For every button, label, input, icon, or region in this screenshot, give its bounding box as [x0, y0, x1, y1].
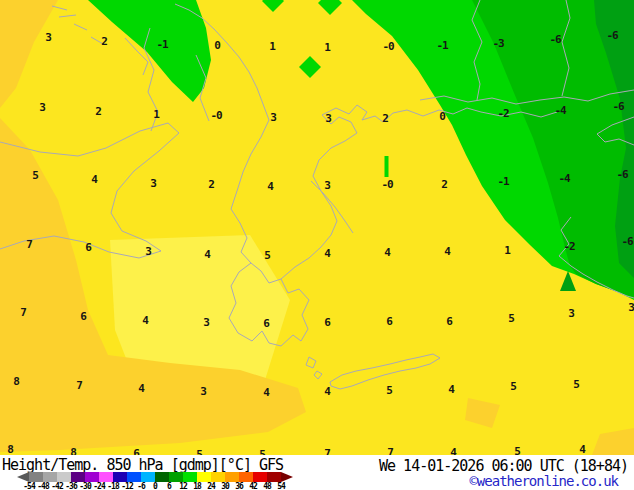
temp-value-label: 6	[324, 316, 330, 329]
scale-segment	[267, 472, 281, 482]
temp-value-label: -4	[558, 172, 569, 185]
temp-value-label: 4	[204, 248, 210, 261]
temp-value-label: 1	[153, 108, 159, 121]
scale-segment	[197, 472, 211, 482]
temp-value-label: -1	[156, 38, 167, 51]
temp-value-label: 1	[269, 40, 275, 53]
scale-segment	[155, 472, 169, 482]
temp-value-label: 4	[448, 383, 454, 396]
temp-value-label: 4	[138, 382, 144, 395]
temp-value-label: -6	[612, 100, 623, 113]
temp-value-label: 8	[7, 443, 13, 456]
temp-value-label: 7	[20, 306, 26, 319]
scale-segment	[99, 472, 113, 482]
weather-map-page: 32-1011-0-1-3-6-6321-03320-2-4-6543243-0…	[0, 0, 634, 490]
scale-tick-label: -48	[37, 482, 48, 490]
temp-value-label: 1	[504, 244, 510, 257]
temp-value-label: 7	[26, 238, 32, 251]
scale-tick-label: 42	[249, 482, 257, 490]
temp-value-label: 3	[325, 112, 331, 125]
scale-segment	[113, 472, 127, 482]
temp-value-label: 0	[214, 39, 220, 52]
temp-value-label: 4	[324, 247, 330, 260]
temp-value-label: 6	[386, 315, 392, 328]
scale-tick-label: 36	[235, 482, 243, 490]
temp-value-label: 2	[101, 35, 107, 48]
temp-value-label: 5	[510, 380, 516, 393]
temp-value-label: 6	[263, 317, 269, 330]
scale-tick-label: 30	[221, 482, 229, 490]
temp-value-label: -2	[497, 107, 508, 120]
temp-value-label: -0	[381, 178, 392, 191]
temp-value-label: 3	[324, 179, 330, 192]
scale-segment	[253, 472, 267, 482]
temp-value-label: 5	[573, 378, 579, 391]
scale-segment	[169, 472, 183, 482]
scale-segment	[71, 472, 85, 482]
scale-tick-label: 48	[263, 482, 271, 490]
temp-value-label: 2	[441, 178, 447, 191]
scale-segment	[43, 472, 57, 482]
temp-value-label: -1	[436, 39, 447, 52]
scale-segment	[57, 472, 71, 482]
temp-value-label: -4	[554, 104, 565, 117]
temp-value-label: 4	[579, 443, 585, 456]
temp-value-label: 4	[91, 173, 97, 186]
scale-tick-label: 6	[167, 482, 171, 490]
copyright-link[interactable]: ©weatheronline.co.uk	[469, 473, 618, 489]
temp-value-label: 4	[450, 446, 456, 456]
temp-value-label: -6	[621, 235, 632, 248]
temp-value-label: 5	[508, 312, 514, 325]
scale-segment	[211, 472, 225, 482]
value-labels-layer: 32-1011-0-1-3-6-6321-03320-2-4-6543243-0…	[0, 0, 634, 455]
scale-arrow-right-icon	[281, 472, 293, 482]
scale-segments	[29, 472, 281, 482]
scale-tick-label: 18	[193, 482, 201, 490]
temp-value-label: 5	[32, 169, 38, 182]
scale-tick-label: -30	[79, 482, 90, 490]
color-scale-bar	[17, 472, 293, 482]
scale-tick-label: 12	[179, 482, 187, 490]
temp-value-label: 3	[45, 31, 51, 44]
temp-value-label: -3	[492, 37, 503, 50]
temp-value-label: 5	[514, 445, 520, 456]
temperature-map: 32-1011-0-1-3-6-6321-03320-2-4-6543243-0…	[0, 0, 634, 455]
scale-segment	[85, 472, 99, 482]
temp-value-label: -2	[563, 240, 574, 253]
scale-tick-label: -42	[51, 482, 62, 490]
scale-segment	[225, 472, 239, 482]
temp-value-label: 3	[270, 111, 276, 124]
temp-value-label: 5	[196, 448, 202, 456]
temp-value-label: -0	[210, 109, 221, 122]
temp-value-label: 3	[568, 307, 574, 320]
temp-value-label: -1	[497, 175, 508, 188]
temp-value-label: 5	[386, 384, 392, 397]
temp-value-label: -6	[616, 168, 627, 181]
scale-tick-label: -12	[121, 482, 132, 490]
scale-arrow-left-icon	[17, 472, 29, 482]
temp-value-label: 4	[267, 180, 273, 193]
temp-value-label: 4	[142, 314, 148, 327]
temp-value-label: 8	[70, 446, 76, 456]
temp-value-label: 3	[203, 316, 209, 329]
temp-value-label: 5	[264, 249, 270, 262]
temp-value-label: 3	[628, 301, 634, 314]
scale-segment	[127, 472, 141, 482]
temp-value-label: 2	[95, 105, 101, 118]
temp-value-label: 3	[39, 101, 45, 114]
temp-value-label: 8	[13, 375, 19, 388]
temp-value-label: 6	[85, 241, 91, 254]
footer-bar: Height/Temp. 850 hPa [gdmp][°C] GFS -54-…	[0, 455, 634, 490]
temp-value-label: 3	[150, 177, 156, 190]
temp-value-label: 3	[200, 385, 206, 398]
temp-value-label: 0	[439, 110, 445, 123]
temp-value-label: 4	[384, 246, 390, 259]
temp-value-label: 6	[133, 447, 139, 456]
temp-value-label: -0	[382, 40, 393, 53]
temp-value-label: 2	[208, 178, 214, 191]
temp-value-label: -6	[606, 29, 617, 42]
temp-value-label: 2	[382, 112, 388, 125]
scale-tick-label: -24	[93, 482, 104, 490]
scale-segment	[29, 472, 43, 482]
temp-value-label: 1	[324, 41, 330, 54]
